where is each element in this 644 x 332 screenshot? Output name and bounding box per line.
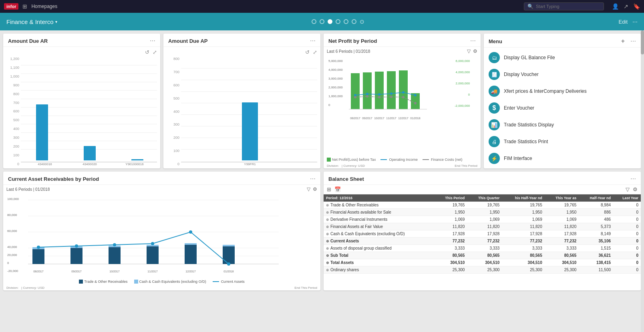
user-icon[interactable]: 👤 — [612, 3, 619, 10]
bs-cell: 80,565 — [467, 252, 502, 259]
bs-icon-1[interactable]: ⊞ — [327, 186, 331, 192]
svg-text:08/2017: 08/2017 — [33, 270, 43, 273]
bookmark-icon[interactable]: 🔖 — [633, 3, 640, 10]
bs-row-label: ⊕Current Assets — [324, 238, 435, 245]
homepages-label: Homepages — [31, 4, 57, 9]
menu-item-xfert[interactable]: 🚚 Xfert prices & InterCompany Deliveries — [485, 83, 639, 100]
menu-item-gl[interactable]: 🗂 Display GL Balance File — [485, 49, 639, 66]
bs-cell: 304,510 — [502, 259, 544, 266]
svg-text:0: 0 — [7, 261, 9, 265]
bs-cell: 0 — [613, 223, 641, 230]
svg-rect-74 — [109, 247, 121, 264]
balance-sheet-table: Period: 12/2016 This Period This Quarter… — [324, 194, 641, 274]
svg-point-39 — [366, 93, 368, 95]
widget-menu-np[interactable]: ⋯ — [470, 38, 476, 44]
bs-icon-2[interactable]: 📅 — [334, 186, 341, 192]
svg-text:-20,000: -20,000 — [7, 269, 18, 273]
menu-item-voucher[interactable]: 🧾 Display Voucher — [485, 66, 639, 83]
bs-cell: 17,928 — [545, 230, 579, 238]
next-page-arrow[interactable]: ⊙ — [360, 18, 364, 25]
bs-cell: 19,765 — [467, 202, 502, 209]
ar-bar-area — [21, 57, 157, 162]
car-subheader: Last 6 Periods | 01/2018 ▽ ⚙ — [3, 185, 320, 194]
bs-cell: 304,510 — [467, 259, 502, 266]
refresh-icon-ar[interactable]: ↺ — [145, 49, 149, 55]
widget-menu-car[interactable]: ⋯ — [310, 176, 316, 182]
settings-icon-car[interactable]: ⚙ — [313, 186, 317, 192]
table-row: ⊕Derivative Financial Instruments 1,069 … — [324, 216, 641, 223]
bs-row-label: ⊕Ordinary shares — [324, 266, 435, 274]
menu-icon-voucher: 🧾 — [489, 69, 500, 80]
bs-cell: 0 — [613, 266, 641, 274]
widget-menu-ar[interactable]: ⋯ — [150, 38, 155, 44]
filter-icon-np[interactable]: ▽ — [467, 48, 471, 54]
page-dot-6[interactable] — [352, 19, 356, 24]
bs-cell: 36,621 — [579, 252, 613, 259]
widget-menu-menu[interactable]: ⋯ — [630, 38, 636, 44]
bs-cell: 886 — [579, 209, 613, 216]
amount-due-ar-widget: Amount Due AR ⋯ ↺ ⤢ 1,200 1,100 1,000 90… — [3, 34, 160, 168]
bs-cell: 1,069 — [467, 216, 502, 223]
menu-item-trade-print[interactable]: 🖨 Trade Statistics Print — [485, 133, 639, 150]
widget-header-bs: Balance Sheet ⋯ — [324, 172, 641, 185]
edit-button[interactable]: Edit — [619, 19, 628, 25]
svg-text:4,000,000: 4,000,000 — [328, 68, 343, 72]
page-dot-4[interactable] — [336, 19, 340, 24]
svg-text:3,000,000: 3,000,000 — [328, 77, 343, 80]
menu-label-enter-voucher: Enter Voucher — [504, 105, 534, 111]
ar-chart-inner: 43400016 43400020 Y901000016 — [21, 57, 157, 166]
svg-point-40 — [378, 93, 380, 96]
menu-item-trade-display[interactable]: 📊 Trade Statistics Display — [485, 116, 639, 133]
svg-text:12/2017: 12/2017 — [185, 270, 195, 273]
svg-point-82 — [37, 246, 40, 249]
page-dot-2[interactable] — [320, 19, 324, 24]
svg-rect-72 — [70, 248, 83, 264]
expand-icon-ap[interactable]: ⤢ — [313, 49, 317, 55]
bs-col-this-period: This Period — [435, 194, 467, 202]
menu-item-fim[interactable]: ⚡ FIM Interface — [485, 150, 639, 167]
widget-body-car: Last 6 Periods | 01/2018 ▽ ⚙ 100,000 80,… — [3, 185, 320, 290]
svg-point-42 — [402, 91, 405, 94]
menu-icon-trade-print: 🖨 — [489, 136, 500, 147]
svg-text:60,000: 60,000 — [7, 229, 17, 233]
filter-icon-car[interactable]: ▽ — [307, 186, 310, 192]
menu-item-enter-voucher[interactable]: $ Enter Voucher — [485, 100, 639, 116]
page-dot-1[interactable] — [312, 19, 316, 24]
filter-icon-bs[interactable]: ▽ — [626, 186, 630, 192]
widget-menu-ap[interactable]: ⋯ — [310, 38, 316, 44]
svg-text:80,000: 80,000 — [7, 213, 17, 217]
menu-icon-enter-voucher: $ — [489, 102, 500, 114]
apps-grid-icon[interactable]: ⊞ — [22, 3, 27, 10]
bar-group-1 — [22, 104, 62, 160]
search-input[interactable] — [536, 4, 600, 9]
settings-icon-bs[interactable]: ⚙ — [633, 186, 638, 192]
bs-cell: 1,069 — [545, 216, 579, 223]
share-icon[interactable]: ↗ — [624, 3, 628, 10]
page-dot-5[interactable] — [344, 19, 348, 24]
scrollbar-thumb[interactable] — [641, 30, 644, 54]
menu-icon-trade-display: 📊 — [489, 119, 500, 130]
legend-color-trade — [79, 280, 83, 284]
app-title-dropdown-icon[interactable]: ▾ — [55, 20, 57, 24]
more-options-button[interactable]: ⋯ — [632, 19, 638, 25]
widget-menu-bs[interactable]: ⋯ — [630, 176, 636, 182]
svg-text:11/2017: 11/2017 — [386, 117, 396, 120]
table-row: ⊕Trade & Other Receivables 19,765 19,765… — [324, 202, 641, 209]
settings-icon-np[interactable]: ⚙ — [473, 48, 477, 54]
amount-due-ap-widget: Amount Due AP ⋯ ↺ ⤢ 800 700 600 500 400 … — [163, 34, 320, 168]
bs-cell: 0 — [613, 252, 641, 259]
bs-cell: 0 — [613, 245, 641, 252]
page-dot-3[interactable] — [328, 19, 332, 24]
bs-cell: 138,415 — [579, 259, 613, 266]
ap-bar-group-1 — [183, 102, 317, 160]
bar-2 — [84, 146, 96, 160]
car-period-label: Last 6 Periods | 01/2018 — [6, 187, 50, 192]
table-row: ⊕Financial Assets available for Sale 1,9… — [324, 209, 641, 216]
expand-icon-ar[interactable]: ⤢ — [153, 49, 157, 55]
legend-finance-costs: Finance Costs (net) — [423, 158, 463, 162]
bs-cell: 77,232 — [467, 238, 502, 245]
refresh-icon-ap[interactable]: ↺ — [305, 49, 310, 55]
bs-cell: 1,950 — [467, 209, 502, 216]
widget-plus-menu[interactable]: + — [621, 38, 625, 45]
bs-table-body: ⊕Trade & Other Receivables 19,765 19,765… — [324, 202, 641, 274]
